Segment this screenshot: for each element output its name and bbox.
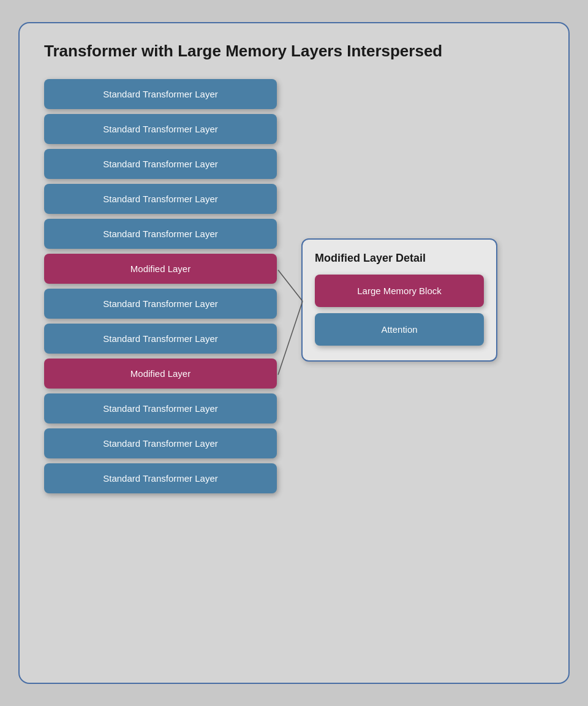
page-title: Transformer with Large Memory Layers Int… bbox=[44, 42, 544, 61]
standard-layer-btn: Standard Transformer Layer bbox=[44, 79, 277, 109]
standard-layer-btn: Standard Transformer Layer bbox=[44, 324, 277, 354]
standard-layer-btn: Standard Transformer Layer bbox=[44, 149, 277, 179]
detail-card: Modified Layer Detail Large Memory Block… bbox=[301, 238, 497, 362]
standard-layer-btn: Standard Transformer Layer bbox=[44, 428, 277, 458]
detail-items-container: Large Memory BlockAttention bbox=[315, 275, 484, 346]
main-card: Transformer with Large Memory Layers Int… bbox=[18, 22, 570, 684]
attention-btn: Attention bbox=[315, 313, 484, 346]
standard-layer-btn: Standard Transformer Layer bbox=[44, 114, 277, 144]
standard-layer-btn: Standard Transformer Layer bbox=[44, 393, 277, 423]
layers-column: Standard Transformer LayerStandard Trans… bbox=[44, 79, 289, 493]
standard-layer-btn: Standard Transformer Layer bbox=[44, 184, 277, 214]
modified-layer-btn: Modified Layer bbox=[44, 254, 277, 284]
large-memory-block-btn: Large Memory Block bbox=[315, 275, 484, 307]
standard-layer-btn: Standard Transformer Layer bbox=[44, 463, 277, 493]
detail-title: Modified Layer Detail bbox=[315, 252, 484, 265]
modified-layer-btn: Modified Layer bbox=[44, 359, 277, 389]
detail-area: Modified Layer Detail Large Memory Block… bbox=[289, 238, 544, 362]
standard-layer-btn: Standard Transformer Layer bbox=[44, 219, 277, 249]
standard-layer-btn: Standard Transformer Layer bbox=[44, 289, 277, 319]
content-area: Standard Transformer LayerStandard Trans… bbox=[44, 79, 544, 493]
